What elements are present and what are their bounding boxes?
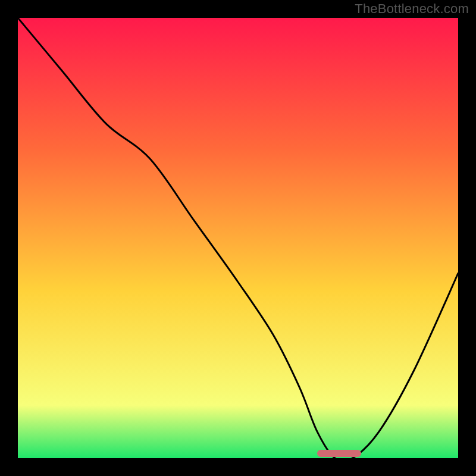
optimal-range-marker	[317, 450, 361, 457]
chart-frame: TheBottleneck.com	[0, 0, 476, 476]
watermark-text: TheBottleneck.com	[355, 1, 469, 17]
gradient-background	[18, 18, 458, 458]
chart-svg	[18, 18, 458, 458]
plot-area	[18, 18, 458, 458]
